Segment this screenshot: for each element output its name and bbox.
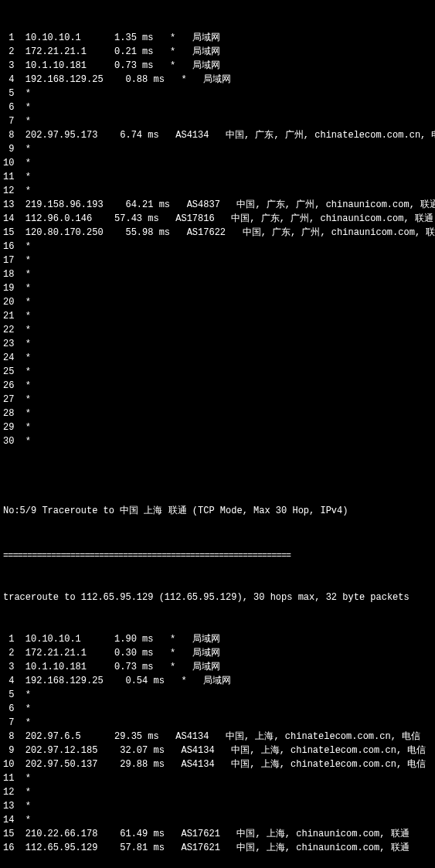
hop-row: 15 120.80.170.250 55.98 ms AS17622 中国, 广… [3,226,432,240]
traceroute-target: traceroute to 112.65.95.129 (112.65.95.1… [3,591,432,604]
hop-row: 2 172.21.21.1 0.30 ms * 局域网 [3,646,432,660]
hop-row: 1 10.10.10.1 1.35 ms * 局域网 [3,31,432,45]
hop-row: 18 * [3,267,432,281]
hop-row: 5 * [3,688,432,702]
hop-row: 12 * [3,785,432,799]
hop-row: 23 * [3,337,432,351]
hop-row: 14 * [3,813,432,827]
hop-row: 5 * [3,87,432,100]
hop-row: 14 112.96.0.146 57.43 ms AS17816 中国, 广东,… [3,212,432,226]
hop-row: 20 * [3,295,432,309]
hop-row: 4 192.168.129.25 0.54 ms * 局域网 [3,674,432,688]
hop-row: 1 10.10.10.1 1.90 ms * 局域网 [3,632,432,646]
hop-row: 6 * [3,100,432,114]
terminal-output: 1 10.10.10.1 1.35 ms * 局域网 2 172.21.21.1… [3,3,432,868]
hop-row: 3 10.1.10.181 0.73 ms * 局域网 [3,59,432,73]
hop-row: 11 * [3,170,432,184]
hop-row: 13 * [3,799,432,813]
divider: ========================================… [3,549,432,563]
hop-row: 2 172.21.21.1 0.21 ms * 局域网 [3,45,432,59]
hop-row: 8 202.97.95.173 6.74 ms AS4134 中国, 广东, 广… [3,128,432,142]
hop-row: 29 * [3,420,432,434]
hop-row: 8 202.97.6.5 29.35 ms AS4134 中国, 上海, chi… [3,730,432,744]
hop-row: 7 * [3,716,432,730]
hop-row: 25 * [3,365,432,379]
hop-row: 26 * [3,379,432,393]
hop-row: 13 219.158.96.193 64.21 ms AS4837 中国, 广东… [3,198,432,212]
hop-row: 17 * [3,254,432,267]
hop-row: 10 202.97.50.137 29.88 ms AS4134 中国, 上海,… [3,757,432,771]
section-header-5: No:5/9 Traceroute to 中国 上海 联通 (TCP Mode,… [3,504,432,518]
hop-row: 16 112.65.95.129 57.81 ms AS17621 中国, 上海… [3,841,432,855]
hop-row: 9 202.97.12.185 32.07 ms AS4134 中国, 上海, … [3,744,432,757]
hop-row: 22 * [3,323,432,337]
traceroute-section-2: 1 10.10.10.1 1.90 ms * 局域网 2 172.21.21.1… [3,632,432,855]
hop-row: 6 * [3,702,432,716]
hop-row: 12 * [3,184,432,198]
hop-row: 15 210.22.66.178 61.49 ms AS17621 中国, 上海… [3,827,432,841]
traceroute-section-1: 1 10.10.10.1 1.35 ms * 局域网 2 172.21.21.1… [3,31,432,448]
hop-row: 27 * [3,393,432,407]
hop-row: 10 * [3,156,432,170]
hop-row: 3 10.1.10.181 0.73 ms * 局域网 [3,660,432,674]
hop-row: 9 * [3,142,432,156]
hop-row: 7 * [3,114,432,128]
hop-row: 11 * [3,771,432,785]
hop-row: 4 192.168.129.25 0.88 ms * 局域网 [3,73,432,87]
hop-row: 21 * [3,309,432,323]
hop-row: 16 * [3,240,432,254]
hop-row: 19 * [3,281,432,295]
hop-row: 30 * [3,434,432,448]
hop-row: 28 * [3,407,432,420]
hop-row: 24 * [3,351,432,365]
